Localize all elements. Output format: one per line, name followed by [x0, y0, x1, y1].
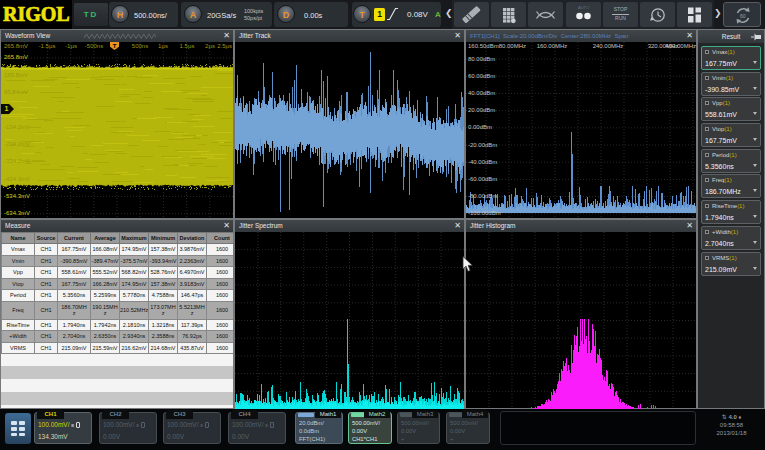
svg-text:60: 60 — [740, 13, 746, 19]
